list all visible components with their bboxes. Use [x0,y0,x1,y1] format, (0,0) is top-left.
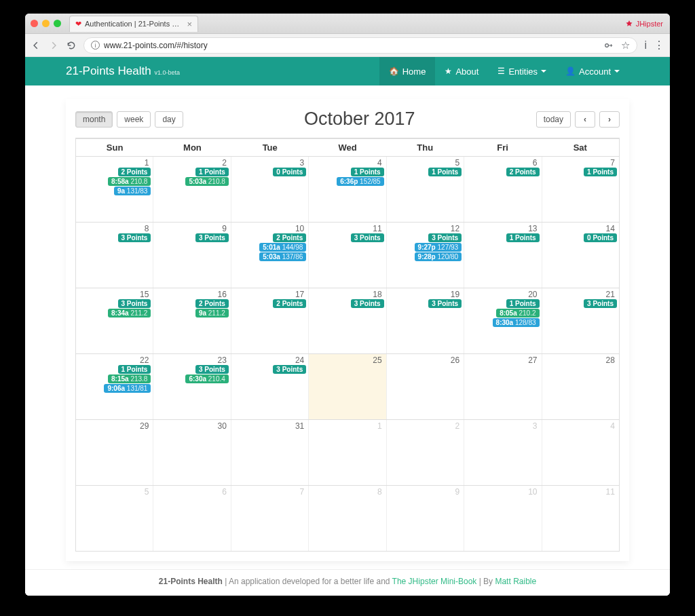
calendar-cell[interactable]: 243 Points [231,354,309,419]
event-points[interactable]: 2 Points [195,299,229,308]
calendar-cell[interactable]: 11 [542,486,619,551]
close-tab-icon[interactable]: × [187,19,192,29]
event-points[interactable]: 1 Points [506,299,540,308]
menu-icon[interactable]: ⋮ [654,39,664,52]
browser-tab[interactable]: ❤ Authentication | 21-Points Hea × [69,16,198,32]
calendar-cell[interactable]: 62 Points [464,157,542,222]
event-points[interactable]: 3 Points [428,299,462,308]
star-icon[interactable]: ☆ [621,39,630,52]
event-points[interactable]: 3 Points [428,233,462,242]
address-bar[interactable]: i www.21-points.com/#/history ☆ [83,37,637,54]
calendar-cell[interactable]: 1 [309,420,386,485]
calendar-cell[interactable]: 41 Points6:36p 152/85 [309,157,386,222]
calendar-cell[interactable]: 93 Points [153,223,231,288]
calendar-cell[interactable]: 221 Points8:15a 213.89:06a 131/81 [76,354,153,419]
reload-button[interactable] [66,40,77,51]
calendar-cell[interactable]: 9 [387,486,464,551]
calendar-cell[interactable]: 113 Points [309,223,386,288]
calendar-cell[interactable]: 12 Points8:58a 210.89a 131/83 [76,157,153,222]
event-bp[interactable]: 5:03a 137/86 [259,252,306,261]
event-points[interactable]: 3 Points [118,299,151,308]
event-bp[interactable]: 6:36p 152/85 [337,177,384,186]
calendar-cell[interactable]: 172 Points [231,288,309,353]
calendar-cell[interactable]: 51 Points [387,157,464,222]
event-points[interactable]: 1 Points [351,168,384,176]
minimize-window-button[interactable] [42,20,50,27]
extension-jhipster[interactable]: JHipster [625,20,663,28]
calendar-cell[interactable]: 4 [542,420,619,485]
view-day-button[interactable]: day [155,111,183,128]
event-points[interactable]: 1 Points [118,365,151,374]
view-week-button[interactable]: week [117,111,151,128]
event-bp[interactable]: 5:01a 144/98 [259,243,306,252]
event-points[interactable]: 2 Points [506,168,540,176]
event-weight[interactable]: 6:30a 210.4 [185,374,228,383]
calendar-cell[interactable]: 213 Points [542,288,619,353]
event-weight[interactable]: 8:34a 211.2 [108,309,151,317]
calendar-cell[interactable]: 102 Points5:01a 144/985:03a 137/86 [231,223,309,288]
event-points[interactable]: 2 Points [118,168,151,176]
calendar-cell[interactable]: 2 [387,420,464,485]
event-bp[interactable]: 9:27p 127/93 [415,243,462,252]
maximize-window-button[interactable] [54,20,61,27]
event-points[interactable]: 3 Points [584,299,617,308]
nav-home[interactable]: 🏠 Home [379,57,436,85]
event-points[interactable]: 1 Points [195,168,229,176]
event-points[interactable]: 3 Points [118,233,151,242]
calendar-cell[interactable]: 29 [76,420,153,485]
event-bp[interactable]: 9a 131/83 [114,187,151,195]
calendar-cell[interactable]: 27 [464,354,542,419]
calendar-cell[interactable]: 71 Points [542,157,619,222]
event-points[interactable]: 1 Points [428,168,462,176]
nav-entities[interactable]: ☰ Entities [488,57,556,85]
footer-link-book[interactable]: The JHipster Mini-Book [392,577,477,586]
view-month-button[interactable]: month [75,111,113,128]
calendar-cell[interactable]: 30 [153,420,231,485]
calendar-cell[interactable]: 123 Points9:27p 127/939:28p 120/80 [387,223,464,288]
calendar-cell[interactable]: 162 Points9a 211.2 [153,288,231,353]
event-points[interactable]: 3 Points [195,365,229,374]
event-bp[interactable]: 9:28p 120/80 [415,252,462,261]
calendar-cell[interactable]: 201 Points8:05a 210.28:30a 128/83 [464,288,542,353]
prev-button[interactable]: ‹ [575,111,595,128]
footer-link-author[interactable]: Matt Raible [495,577,536,586]
event-points[interactable]: 3 Points [195,233,229,242]
event-points[interactable]: 3 Points [351,233,384,242]
calendar-cell[interactable]: 6 [153,486,231,551]
event-points[interactable]: 2 Points [273,233,306,242]
event-weight[interactable]: 8:15a 213.8 [108,374,151,383]
event-points[interactable]: 3 Points [351,299,384,308]
close-window-button[interactable] [31,20,38,27]
page-info-icon[interactable]: i [644,39,647,52]
next-button[interactable]: › [599,111,620,128]
event-weight[interactable]: 8:58a 210.8 [108,177,151,186]
calendar-cell[interactable]: 3 [464,420,542,485]
calendar-cell[interactable]: 26 [387,354,464,419]
nav-about[interactable]: ★ About [435,57,488,85]
site-info-icon[interactable]: i [91,41,100,50]
calendar-cell[interactable]: 30 Points [231,157,309,222]
event-points[interactable]: 0 Points [584,233,617,242]
calendar-cell[interactable]: 153 Points8:34a 211.2 [76,288,153,353]
calendar-cell[interactable]: 7 [231,486,309,551]
calendar-cell[interactable]: 83 Points [76,223,153,288]
calendar-cell[interactable]: 31 [231,420,309,485]
event-weight[interactable]: 5:03a 210.8 [185,177,228,186]
back-button[interactable] [31,40,41,51]
calendar-cell[interactable]: 193 Points [387,288,464,353]
calendar-cell[interactable]: 28 [542,354,619,419]
calendar-cell[interactable]: 5 [76,486,153,551]
calendar-cell[interactable]: 131 Points [464,223,542,288]
calendar-cell[interactable]: 183 Points [309,288,386,353]
calendar-cell[interactable]: 10 [464,486,542,551]
event-points[interactable]: 0 Points [273,168,306,176]
event-bp[interactable]: 9:06a 131/81 [104,384,151,393]
forward-button[interactable] [48,40,59,51]
calendar-cell[interactable]: 8 [309,486,386,551]
calendar-cell[interactable]: 21 Points5:03a 210.8 [153,157,231,222]
event-bp[interactable]: 8:30a 128/83 [493,318,540,327]
event-weight[interactable]: 8:05a 210.2 [496,309,539,317]
calendar-cell[interactable]: 25 [309,354,386,419]
event-points[interactable]: 2 Points [273,299,306,308]
today-button[interactable]: today [536,111,571,128]
